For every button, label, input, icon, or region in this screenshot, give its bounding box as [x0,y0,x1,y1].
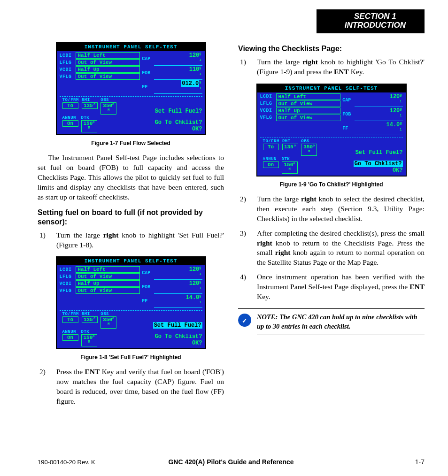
fuel-steps: Turn the large right knob to highlight '… [38,230,224,250]
prompt-chklist: Go To Chklist? [155,119,202,126]
subhead-checklist: Viewing the Checklists Page: [238,44,425,54]
note-block: NOTE: The GNC 420 can hold up to nine ch… [238,308,425,335]
chk-step-1: Turn the large right knob to highlight '… [238,57,425,77]
figure-1-7-panel: INSTRUMENT PANEL SELF-TEST LCDIHalf Left… [56,42,206,135]
section-header-line2: INTRODUCTION [345,21,406,30]
figure-1-8-panel: INSTRUMENT PANEL SELF-TEST LCDIHalf Left… [56,256,206,349]
chk-steps-cont: Turn the large right knob to select the … [238,194,425,302]
subhead-fuel: Setting fuel on board to full (if not pr… [38,208,224,227]
fuel-steps-cont: Press the ENT Key and verify that fuel o… [38,367,224,407]
fuel-step-1: Turn the large right knob to highlight '… [38,230,224,250]
footer-pagenum: 1-7 [328,458,425,466]
panel-title: INSTRUMENT PANEL SELF-TEST [57,43,205,51]
footer-title: GNC 420(A) Pilot's Guide and Reference [134,458,328,466]
prompt-set-fuel: Set Full Fuel? [155,108,202,115]
chk-step-4: Once instrument operation has been verif… [238,272,425,302]
chk-step-3: After completing the desired checklist(s… [238,229,425,268]
chk-steps: Turn the large right knob to highlight '… [238,57,425,77]
figure-1-8-caption: Figure 1-8 'Set Full Fuel?' Highlighted [38,354,224,361]
footer-docnum: 190-00140-20 Rev. K [38,459,134,466]
section-header: SECTION 1 INTRODUCTION [317,9,425,33]
figure-1-9-caption: Figure 1-9 'Go To Chklist?' Highlighted [238,181,425,188]
prompt-set-fuel-hl: Set Full Fuel? [153,322,202,329]
note-text: NOTE: The GNC 420 can hold up to nine ch… [257,313,425,335]
note-check-icon [238,314,251,327]
selftest-paragraph: The Instrument Panel Self-test Page incl… [38,153,224,202]
fuel-step-2: Press the ENT Key and verify that fuel o… [38,367,224,407]
figure-1-7-caption: Figure 1-7 Fuel Flow Selected [38,140,224,146]
prompt-chklist-hl: Go To Chklist? [354,161,403,167]
page-footer: 190-00140-20 Rev. K GNC 420(A) Pilot's G… [38,458,425,466]
section-header-line1: SECTION 1 [345,12,406,21]
figure-1-9-panel: INSTRUMENT PANEL SELF-TEST LCDIHalf Left… [256,84,407,177]
prompt-ok: OK? [192,126,202,132]
chk-step-2: Turn the large right knob to select the … [238,194,425,224]
ff-highlight: 012.0 [181,80,199,87]
